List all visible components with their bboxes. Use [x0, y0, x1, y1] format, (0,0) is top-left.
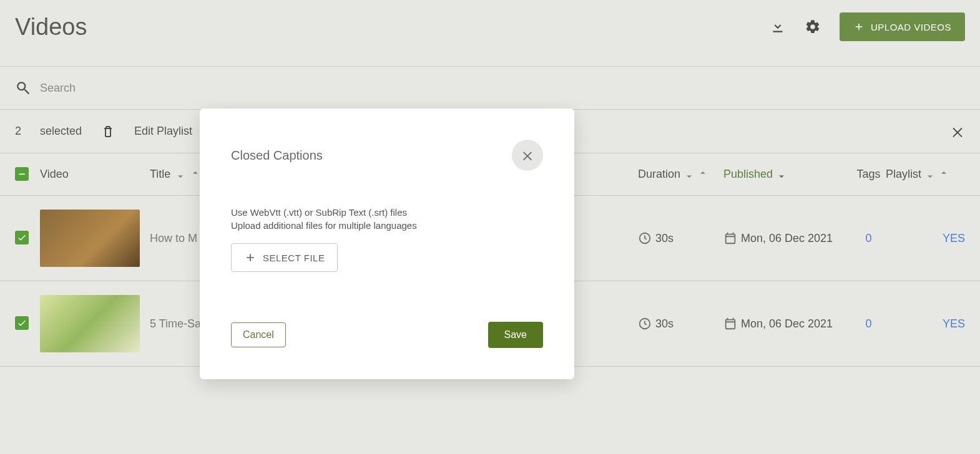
calendar-icon	[723, 317, 737, 331]
col-duration[interactable]: Duration	[638, 168, 723, 181]
plus-icon	[244, 251, 257, 264]
sort-up-icon[interactable]	[190, 170, 200, 180]
sort-down-icon[interactable]	[925, 170, 935, 180]
modal-body: Use WebVtt (.vtt) or SubRip Text (.srt) …	[231, 206, 543, 272]
playlist-value: YES	[943, 317, 965, 331]
col-published-label: Published	[723, 168, 773, 181]
col-video[interactable]: Video	[40, 168, 150, 181]
duration-value: 30s	[655, 317, 674, 331]
gear-icon[interactable]	[805, 19, 821, 35]
page-header: Videos UPLOAD VIDEOS	[0, 0, 980, 66]
clock-icon	[638, 231, 652, 245]
search-icon[interactable]	[15, 80, 31, 96]
search-bar	[0, 66, 980, 110]
playlist-value: YES	[943, 232, 965, 245]
selection-label: selected	[40, 125, 82, 138]
close-icon	[521, 148, 534, 162]
col-published[interactable]: Published	[723, 168, 851, 181]
video-tags[interactable]: 0	[851, 317, 886, 331]
col-tags[interactable]: Tags	[851, 168, 886, 181]
video-published: Mon, 06 Dec 2021	[723, 317, 851, 331]
edit-playlist-link[interactable]: Edit Playlist	[134, 125, 192, 138]
indeterminate-icon	[17, 170, 26, 178]
check-icon	[17, 318, 27, 328]
upload-videos-button[interactable]: UPLOAD VIDEOS	[840, 12, 965, 41]
modal-hint-line1: Use WebVtt (.vtt) or SubRip Text (.srt) …	[231, 206, 543, 219]
svg-rect-0	[19, 173, 24, 175]
select-file-label: SELECT FILE	[263, 253, 325, 263]
video-duration: 30s	[638, 317, 723, 331]
search-input[interactable]	[40, 82, 965, 95]
sort-down-icon[interactable]	[777, 170, 786, 180]
clear-selection-icon[interactable]	[950, 124, 965, 139]
published-value: Mon, 06 Dec 2021	[741, 232, 833, 245]
col-playlist-label: Playlist	[886, 168, 921, 181]
published-value: Mon, 06 Dec 2021	[741, 317, 833, 331]
sort-down-icon[interactable]	[175, 170, 185, 180]
selection-count: 2	[15, 125, 21, 138]
sort-up-icon[interactable]	[698, 170, 708, 180]
close-button[interactable]	[512, 140, 543, 171]
plus-icon	[853, 21, 865, 32]
clock-icon	[638, 317, 652, 331]
upload-videos-label: UPLOAD VIDEOS	[871, 22, 951, 32]
video-playlist[interactable]: YES	[886, 317, 965, 331]
row-checkbox[interactable]	[15, 316, 40, 331]
sort-up-icon[interactable]	[939, 170, 949, 180]
calendar-icon	[723, 231, 737, 245]
save-button[interactable]: Save	[488, 322, 543, 348]
sort-down-icon[interactable]	[684, 170, 694, 180]
check-icon	[17, 233, 27, 243]
video-published: Mon, 06 Dec 2021	[723, 231, 851, 245]
video-tags[interactable]: 0	[851, 232, 886, 245]
closed-captions-modal: Closed Captions Use WebVtt (.vtt) or Sub…	[200, 109, 574, 379]
download-icon[interactable]	[770, 19, 786, 35]
select-file-button[interactable]: SELECT FILE	[231, 243, 338, 272]
header-actions: UPLOAD VIDEOS	[770, 12, 965, 41]
cancel-button[interactable]: Cancel	[231, 322, 286, 347]
col-duration-label: Duration	[638, 168, 680, 181]
modal-title: Closed Captions	[231, 148, 323, 163]
duration-value: 30s	[655, 232, 674, 245]
row-checkbox[interactable]	[15, 231, 40, 246]
video-playlist[interactable]: YES	[886, 232, 965, 245]
modal-hint-line2: Upload additional files for multiple lan…	[231, 219, 543, 232]
video-thumbnail[interactable]	[40, 210, 150, 267]
col-playlist[interactable]: Playlist	[886, 168, 965, 181]
select-all-checkbox[interactable]	[15, 167, 40, 181]
video-thumbnail[interactable]	[40, 295, 150, 352]
video-duration: 30s	[638, 231, 723, 245]
col-title-label: Title	[150, 168, 170, 181]
modal-footer: Cancel Save	[231, 322, 543, 348]
page-title: Videos	[15, 14, 770, 41]
trash-icon[interactable]	[100, 124, 115, 139]
